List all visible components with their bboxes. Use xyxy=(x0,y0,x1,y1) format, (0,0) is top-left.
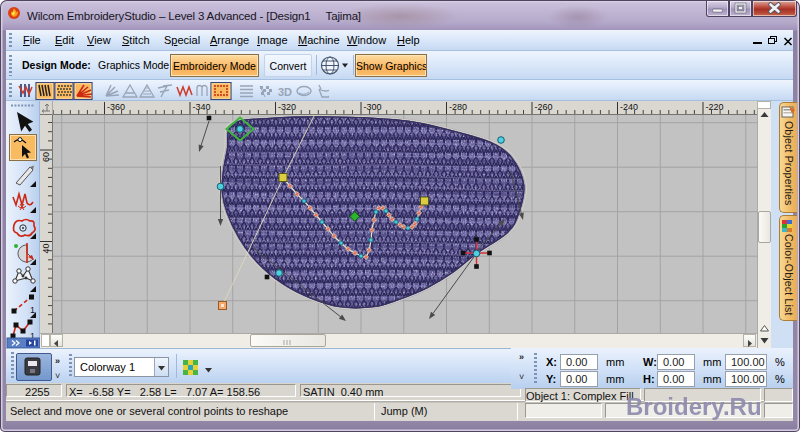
svg-text:-340: -340 xyxy=(193,102,211,112)
svg-text:-240: -240 xyxy=(620,102,638,112)
svg-text:-220: -220 xyxy=(706,102,724,112)
svg-text:1: 1 xyxy=(30,305,35,315)
svg-text:-320: -320 xyxy=(278,102,296,112)
svg-text:-300: -300 xyxy=(364,102,382,112)
svg-text:60: 60 xyxy=(41,152,51,162)
svg-text:-360: -360 xyxy=(107,102,125,112)
svg-text:-260: -260 xyxy=(535,102,553,112)
svg-text:40: 40 xyxy=(41,243,51,253)
svg-text:-280: -280 xyxy=(449,102,467,112)
svg-text:3D: 3D xyxy=(278,85,292,97)
